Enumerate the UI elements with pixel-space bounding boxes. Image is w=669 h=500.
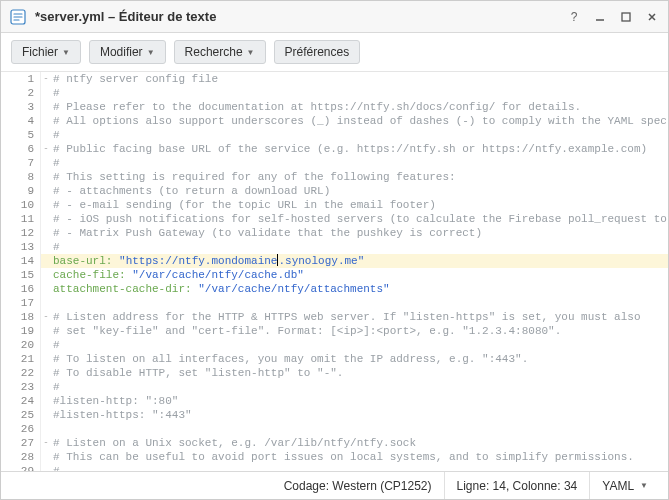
file-menu[interactable]: Fichier▼ <box>11 40 81 64</box>
code-content[interactable]: # To disable HTTP, set "listen-http" to … <box>51 366 668 380</box>
line-number: 18 <box>1 310 41 324</box>
code-content[interactable]: # <box>51 380 668 394</box>
code-line[interactable]: 26 <box>1 422 668 436</box>
titlebar: *server.yml – Éditeur de texte ? <box>1 1 668 33</box>
fold-marker <box>41 226 51 240</box>
chevron-down-icon: ▼ <box>247 48 255 57</box>
line-number: 19 <box>1 324 41 338</box>
code-line[interactable]: 17 <box>1 296 668 310</box>
code-content[interactable] <box>51 422 668 436</box>
code-content[interactable] <box>51 296 668 310</box>
fold-marker <box>41 100 51 114</box>
fold-marker[interactable]: - <box>41 310 51 324</box>
language-selector[interactable]: YAML ▼ <box>589 472 660 499</box>
svg-rect-1 <box>622 13 630 21</box>
code-line[interactable]: 11# - iOS push notifications for self-ho… <box>1 212 668 226</box>
code-content[interactable]: # Please refer to the documentation at h… <box>51 100 668 114</box>
fold-marker <box>41 156 51 170</box>
code-content[interactable]: #listen-https: ":443" <box>51 408 668 422</box>
line-number: 23 <box>1 380 41 394</box>
fold-marker <box>41 212 51 226</box>
fold-marker[interactable]: - <box>41 72 51 86</box>
code-line[interactable]: 2# <box>1 86 668 100</box>
code-content[interactable]: # - iOS push notifications for self-host… <box>51 212 668 226</box>
code-content[interactable]: # set "key-file" and "cert-file". Format… <box>51 324 668 338</box>
code-line[interactable]: 20# <box>1 338 668 352</box>
code-content[interactable]: #listen-http: ":80" <box>51 394 668 408</box>
code-line[interactable]: 16attachment-cache-dir: "/var/cache/ntfy… <box>1 282 668 296</box>
code-content[interactable]: # - e-mail sending (for the topic URL in… <box>51 198 668 212</box>
code-line[interactable]: 7# <box>1 156 668 170</box>
code-content[interactable]: # Listen address for the HTTP & HTTPS we… <box>51 310 668 324</box>
fold-marker <box>41 184 51 198</box>
code-line[interactable]: 28# This can be useful to avoid port iss… <box>1 450 668 464</box>
line-number: 13 <box>1 240 41 254</box>
code-line[interactable]: 27-# Listen on a Unix socket, e.g. /var/… <box>1 436 668 450</box>
line-number: 29 <box>1 464 41 471</box>
fold-marker <box>41 394 51 408</box>
fold-marker <box>41 296 51 310</box>
code-content[interactable]: # This can be useful to avoid port issue… <box>51 450 668 464</box>
code-line[interactable]: 4# All options also support underscores … <box>1 114 668 128</box>
code-line[interactable]: 24#listen-http: ":80" <box>1 394 668 408</box>
fold-marker <box>41 450 51 464</box>
app-icon <box>9 8 27 26</box>
code-line[interactable]: 23# <box>1 380 668 394</box>
code-content[interactable]: # <box>51 86 668 100</box>
code-line[interactable]: 1-# ntfy server config file <box>1 72 668 86</box>
code-line[interactable]: 9# - attachments (to return a download U… <box>1 184 668 198</box>
code-line[interactable]: 25#listen-https: ":443" <box>1 408 668 422</box>
prefs-button[interactable]: Préférences <box>274 40 361 64</box>
edit-menu[interactable]: Modifier▼ <box>89 40 166 64</box>
line-number: 17 <box>1 296 41 310</box>
minimize-button[interactable] <box>592 9 608 25</box>
code-line[interactable]: 21# To listen on all interfaces, you may… <box>1 352 668 366</box>
code-content[interactable]: # <box>51 128 668 142</box>
code-content[interactable]: attachment-cache-dir: "/var/cache/ntfy/a… <box>51 282 668 296</box>
code-content[interactable]: # - Matrix Push Gateway (to validate tha… <box>51 226 668 240</box>
code-content[interactable]: base-url: "https://ntfy.mondomaine.synol… <box>51 254 668 268</box>
code-content[interactable]: # All options also support underscores (… <box>51 114 668 128</box>
line-number: 26 <box>1 422 41 436</box>
code-content[interactable]: # Listen on a Unix socket, e.g. /var/lib… <box>51 436 668 450</box>
code-content[interactable]: # <box>51 156 668 170</box>
search-menu[interactable]: Recherche▼ <box>174 40 266 64</box>
code-line[interactable]: 22# To disable HTTP, set "listen-http" t… <box>1 366 668 380</box>
code-editor[interactable]: 1-# ntfy server config file2#3# Please r… <box>1 72 668 471</box>
code-line[interactable]: 18-# Listen address for the HTTP & HTTPS… <box>1 310 668 324</box>
code-content[interactable]: # Public facing base URL of the service … <box>51 142 668 156</box>
encoding-cell[interactable]: Codage: Western (CP1252) <box>272 472 444 499</box>
code-content[interactable]: # - attachments (to return a download UR… <box>51 184 668 198</box>
code-line[interactable]: 6-# Public facing base URL of the servic… <box>1 142 668 156</box>
code-line[interactable]: 3# Please refer to the documentation at … <box>1 100 668 114</box>
code-content[interactable]: # ntfy server config file <box>51 72 668 86</box>
code-content[interactable]: # <box>51 240 668 254</box>
code-line[interactable]: 12# - Matrix Push Gateway (to validate t… <box>1 226 668 240</box>
code-line[interactable]: 8# This setting is required for any of t… <box>1 170 668 184</box>
fold-marker[interactable]: - <box>41 436 51 450</box>
fold-marker <box>41 86 51 100</box>
code-line[interactable]: 5# <box>1 128 668 142</box>
code-content[interactable]: # <box>51 338 668 352</box>
code-content[interactable]: # <box>51 464 668 471</box>
code-line[interactable]: 13# <box>1 240 668 254</box>
fold-marker <box>41 170 51 184</box>
code-line[interactable]: 14base-url: "https://ntfy.mondomaine.syn… <box>1 254 668 268</box>
chevron-down-icon: ▼ <box>640 481 648 490</box>
maximize-button[interactable] <box>618 9 634 25</box>
line-number: 8 <box>1 170 41 184</box>
code-content[interactable]: cache-file: "/var/cache/ntfy/cache.db" <box>51 268 668 282</box>
code-line[interactable]: 29# <box>1 464 668 471</box>
code-line[interactable]: 19# set "key-file" and "cert-file". Form… <box>1 324 668 338</box>
file-menu-label: Fichier <box>22 45 58 59</box>
line-number: 27 <box>1 436 41 450</box>
fold-marker <box>41 366 51 380</box>
line-number: 4 <box>1 114 41 128</box>
code-line[interactable]: 15cache-file: "/var/cache/ntfy/cache.db" <box>1 268 668 282</box>
code-content[interactable]: # This setting is required for any of th… <box>51 170 668 184</box>
code-content[interactable]: # To listen on all interfaces, you may o… <box>51 352 668 366</box>
fold-marker[interactable]: - <box>41 142 51 156</box>
help-button[interactable]: ? <box>566 9 582 25</box>
code-line[interactable]: 10# - e-mail sending (for the topic URL … <box>1 198 668 212</box>
close-button[interactable] <box>644 9 660 25</box>
